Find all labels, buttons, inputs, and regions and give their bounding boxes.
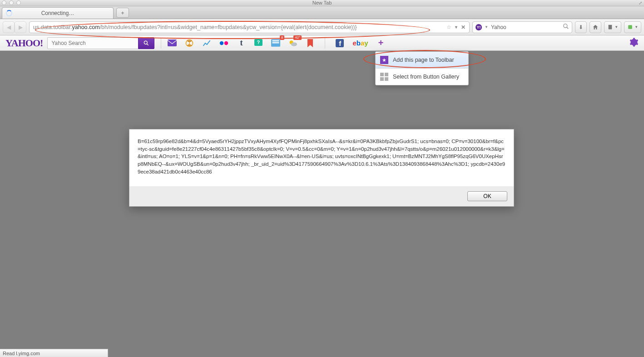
browser-search-box[interactable]: Y! ▼ Yahoo [472,21,572,33]
gear-icon[interactable] [629,38,639,48]
address-toolbar: ◀ ▶ us.data.toolbar.yahoo.com/bh/modules… [0,19,644,35]
menu-label: Select from Button Gallery [393,74,459,80]
contacts-icon[interactable]: 8 [271,39,280,48]
weather-badge: 42° [293,35,302,40]
mail-icon[interactable] [168,39,177,48]
ebay-icon[interactable]: ebay [352,39,368,48]
toolbar-divider [161,38,161,49]
svg-rect-6 [168,40,177,46]
bookmarks-menu-button[interactable]: ▼ [604,21,621,33]
answers-icon[interactable]: ? [254,39,263,48]
mac-titlebar: New Tab ⤢ [0,0,644,6]
yahoo-toolbar: YAHOO! t ? 8 42° f ebay + [0,35,644,51]
yahoo-engine-icon: Y! [476,24,482,30]
tab-strip: Connecting… ＋ [0,6,644,19]
close-window-button[interactable] [2,0,6,5]
search-icon[interactable] [563,23,569,31]
downloads-button[interactable]: ⬇ [575,21,587,33]
url-text: us.data.toolbar.yahoo.com/bh/modules/fbu… [33,24,357,30]
svg-text:?: ? [257,40,260,45]
loading-spinner-icon [6,10,12,16]
stop-loading-icon[interactable]: ✕ [461,24,466,30]
search-engine-dropdown-icon[interactable]: ▼ [485,25,488,29]
add-toolbar-button[interactable]: + [376,39,386,48]
status-text: Read l.yimg.com [3,351,40,356]
svg-point-0 [564,24,567,28]
finance-icon[interactable] [202,39,211,48]
traffic-lights [2,0,21,5]
svg-rect-3 [628,25,632,29]
browser-tab[interactable]: Connecting… [2,7,114,19]
svg-point-4 [144,41,148,44]
menu-label: Add this page to Toolbar [393,57,454,63]
flickr-icon[interactable] [219,39,228,48]
svg-point-16 [291,42,297,46]
extension-menu-button[interactable]: ▼ [624,21,641,33]
new-tab-button[interactable]: ＋ [116,8,129,18]
search-engine-label: Yahoo [491,24,506,30]
javascript-alert-dialog: B=61c59rp96e82d&b=4&d=5Vyaed5rYH2jppzTVx… [129,129,514,207]
menu-item-gallery[interactable]: Select from Button Gallery [376,69,468,85]
zoom-window-button[interactable] [16,0,21,5]
menu-item-add-page[interactable]: ★ Add this page to Toolbar [376,52,468,68]
alert-message: B=61c59rp96e82d&b=4&d=5Vyaed5rYH2jppzTVx… [129,129,514,186]
forward-button[interactable]: ▶ [15,21,26,33]
svg-point-8 [220,41,223,45]
window-title: New Tab [0,0,644,5]
toolbar-divider-2 [325,38,325,49]
svg-rect-14 [272,42,279,44]
grid-icon [380,73,388,81]
contacts-badge: 8 [280,35,284,40]
facebook-icon[interactable]: f [335,39,344,48]
url-history-dropdown[interactable]: ▼ [454,25,458,30]
svg-rect-13 [272,40,279,42]
bookmark-ribbon-icon[interactable] [306,39,315,48]
minimize-window-button[interactable] [9,0,14,5]
tab-label: Connecting… [41,10,74,16]
url-bar[interactable]: us.data.toolbar.yahoo.com/bh/modules/fbu… [29,21,470,33]
yahoo-search-button[interactable] [138,37,154,49]
weather-icon[interactable]: 42° [288,39,297,48]
yahoo-logo[interactable]: YAHOO! [5,37,43,49]
svg-rect-2 [609,25,612,30]
svg-line-5 [147,44,149,45]
yahoo-search-input[interactable] [47,37,138,49]
add-button-dropdown: ★ Add this page to Toolbar Select from B… [375,51,469,85]
back-button[interactable]: ◀ [3,21,15,33]
status-bar: Read l.yimg.com [0,349,108,357]
tumblr-icon[interactable]: t [237,39,246,48]
sports-icon[interactable] [185,39,194,48]
star-icon: ★ [380,56,388,64]
fullscreen-icon[interactable]: ⤢ [639,0,642,5]
bookmark-star-icon[interactable]: ☆ [446,24,451,30]
home-button[interactable] [590,21,601,33]
svg-point-9 [224,41,228,45]
svg-line-1 [567,27,569,29]
alert-ok-button[interactable]: OK [467,191,507,201]
